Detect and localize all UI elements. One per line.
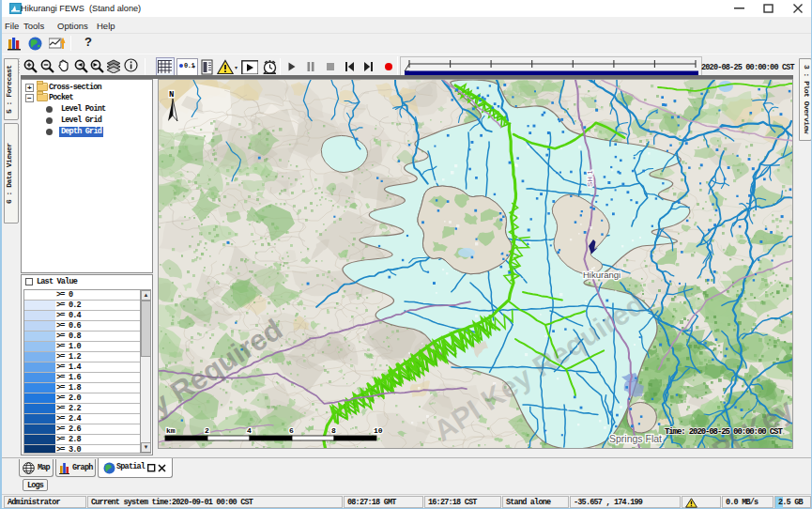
- svg-text:km: km: [166, 426, 176, 435]
- svg-text:8: 8: [331, 426, 336, 435]
- svg-text:Time: 2020-08-25 00:00:00 CST: Time: 2020-08-25 00:00:00 CST: [665, 427, 783, 437]
- svg-text:Springs Flat: Springs Flat: [609, 433, 662, 444]
- svg-text:SH 1: SH 1: [586, 170, 594, 187]
- svg-text:6: 6: [289, 426, 294, 435]
- svg-text:4: 4: [247, 426, 252, 435]
- svg-text:Hikurangi: Hikurangi: [583, 270, 620, 280]
- svg-text:N: N: [169, 90, 174, 100]
- svg-text:10: 10: [374, 426, 383, 435]
- svg-text:2: 2: [205, 426, 209, 435]
